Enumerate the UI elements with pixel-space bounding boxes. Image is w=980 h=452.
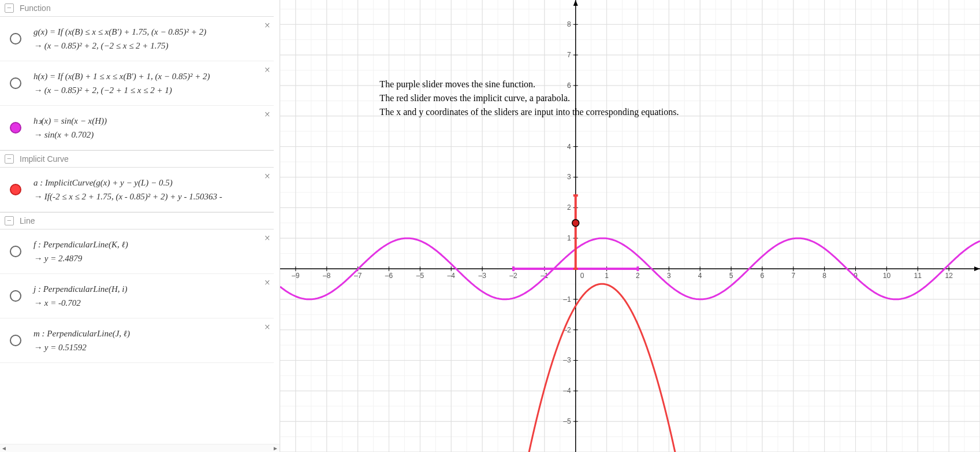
close-icon[interactable]: × [264, 277, 270, 288]
definition: m : PerpendicularLine(J, ℓ) [33, 327, 256, 340]
close-icon[interactable]: × [264, 109, 270, 120]
definition: f : PerpendicularLine(K, ℓ) [33, 238, 256, 251]
svg-text:The red slider moves the impli: The red slider moves the implicit curve,… [379, 93, 570, 103]
row-content: a : ImplicitCurve(g(x) + y − y(L) − 0.5)… [31, 168, 274, 212]
row-j[interactable]: × j : PerpendicularLine(H, i) → x = -0.7… [0, 274, 274, 318]
visibility-toggle-g[interactable] [0, 17, 31, 61]
row-content: j : PerpendicularLine(H, i) → x = -0.702 [31, 274, 274, 318]
row-h[interactable]: × h(x) = If (x(B) + 1 ≤ x ≤ x(B′) + 1, (… [0, 61, 274, 106]
output: → sin(x + 0.702) [33, 128, 256, 142]
svg-text:–3: –3 [563, 356, 571, 364]
row-m[interactable]: × m : PerpendicularLine(J, ℓ) → y = 0.51… [0, 318, 274, 363]
row-content: h(x) = If (x(B) + 1 ≤ x ≤ x(B′) + 1, (x … [31, 61, 274, 105]
scroll-left-icon[interactable]: ◄ [1, 445, 7, 451]
close-icon[interactable]: × [264, 322, 270, 332]
svg-text:–5: –5 [416, 272, 424, 280]
svg-text:–1: –1 [563, 295, 571, 303]
svg-text:1: 1 [605, 272, 609, 280]
svg-text:3: 3 [667, 272, 671, 280]
row-content: h₃(x) = sin(x − x(H)) → sin(x + 0.702) [31, 106, 274, 150]
svg-text:–4: –4 [448, 272, 456, 280]
close-icon[interactable]: × [264, 171, 270, 181]
algebra-panel: − Function × g(x) = If (x(B) ≤ x ≤ x(B′)… [0, 0, 280, 452]
close-icon[interactable]: × [264, 65, 270, 75]
graph-canvas[interactable]: –9–8–7–6–5–4–3–2–10123456789101112–5–4–3… [280, 0, 980, 452]
definition: g(x) = If (x(B) ≤ x ≤ x(B′) + 1.75, (x −… [33, 25, 256, 39]
svg-point-193 [572, 220, 579, 227]
visibility-toggle-m[interactable] [0, 318, 31, 362]
definition: h₃(x) = sin(x − x(H)) [33, 114, 256, 128]
svg-text:7: 7 [567, 51, 571, 59]
svg-text:2: 2 [567, 203, 571, 212]
row-f[interactable]: × f : PerpendicularLine(K, ℓ) → y = 2.48… [0, 229, 274, 274]
svg-text:The x and y coordinates of the: The x and y coordinates of the sliders a… [379, 107, 679, 117]
svg-text:6: 6 [567, 81, 571, 90]
output: → y = 2.4879 [33, 251, 256, 265]
svg-text:8: 8 [822, 272, 826, 280]
definition: h(x) = If (x(B) + 1 ≤ x ≤ x(B′) + 1, (x … [33, 69, 256, 83]
close-icon[interactable]: × [264, 20, 270, 31]
scroll-right-icon[interactable]: ► [273, 445, 278, 451]
svg-text:5: 5 [729, 272, 733, 280]
minus-icon[interactable]: − [5, 3, 14, 13]
visibility-toggle-h[interactable] [0, 61, 31, 105]
row-content: m : PerpendicularLine(J, ℓ) → y = 0.5159… [31, 318, 274, 362]
section-line: − Line [0, 212, 274, 229]
section-label-line: Line [20, 216, 35, 225]
svg-text:–5: –5 [563, 417, 571, 425]
svg-text:–9: –9 [292, 272, 300, 280]
section-function: − Function [0, 0, 274, 17]
app-root: − Function × g(x) = If (x(B) ≤ x ≤ x(B′)… [0, 0, 980, 452]
row-a[interactable]: × a : ImplicitCurve(g(x) + y − y(L) − 0.… [0, 168, 274, 212]
output: → x = -0.702 [33, 296, 256, 310]
svg-text:–2: –2 [509, 272, 517, 280]
svg-text:12: 12 [945, 272, 953, 280]
svg-text:6: 6 [761, 272, 765, 280]
row-g[interactable]: × g(x) = If (x(B) ≤ x ≤ x(B′) + 1.75, (x… [0, 17, 274, 61]
svg-text:0: 0 [580, 272, 584, 280]
visibility-toggle-h3[interactable] [0, 106, 31, 150]
section-label-function: Function [20, 3, 51, 13]
svg-text:7: 7 [791, 272, 795, 280]
output: → y = 0.51592 [33, 340, 256, 354]
svg-text:8: 8 [567, 20, 571, 28]
output: → (x − 0.85)² + 2, (−2 + 1 ≤ x ≤ 2 + 1) [33, 83, 256, 97]
section-label-implicit: Implicit Curve [20, 154, 69, 164]
visibility-toggle-a[interactable] [0, 168, 31, 212]
close-icon[interactable]: × [264, 233, 270, 243]
definition: j : PerpendicularLine(H, i) [33, 282, 256, 296]
row-content: f : PerpendicularLine(K, ℓ) → y = 2.4879 [31, 229, 274, 273]
algebra-scroll[interactable]: − Function × g(x) = If (x(B) ≤ x ≤ x(B′)… [0, 0, 280, 452]
svg-text:2: 2 [636, 272, 640, 280]
svg-text:4: 4 [567, 143, 571, 151]
minus-icon[interactable]: − [5, 216, 14, 225]
visibility-toggle-j[interactable] [0, 274, 31, 318]
minus-icon[interactable]: − [5, 154, 14, 164]
svg-text:The purple slider moves the si: The purple slider moves the sine functio… [379, 79, 535, 90]
definition: a : ImplicitCurve(g(x) + y − y(L) − 0.5) [33, 176, 256, 190]
svg-text:11: 11 [914, 272, 922, 280]
svg-text:4: 4 [698, 272, 702, 280]
svg-text:–4: –4 [563, 387, 571, 395]
row-h3[interactable]: × h₃(x) = sin(x − x(H)) → sin(x + 0.702) [0, 106, 274, 150]
svg-text:–3: –3 [478, 272, 486, 280]
output: → (x − 0.85)² + 2, (−2 ≤ x ≤ 2 + 1.75) [33, 39, 256, 53]
svg-text:–8: –8 [323, 272, 331, 280]
visibility-toggle-f[interactable] [0, 229, 31, 273]
row-content: g(x) = If (x(B) ≤ x ≤ x(B′) + 1.75, (x −… [31, 17, 274, 61]
svg-text:3: 3 [567, 173, 571, 181]
horizontal-scrollbar[interactable]: ◄ ► [0, 444, 280, 452]
svg-text:10: 10 [883, 272, 891, 280]
svg-text:1: 1 [567, 234, 571, 242]
graphics-view[interactable]: –9–8–7–6–5–4–3–2–10123456789101112–5–4–3… [280, 0, 980, 452]
svg-text:–6: –6 [385, 272, 393, 280]
output: → If(-2 ≤ x ≤ 2 + 1.75, (x - 0.85)² + 2)… [33, 190, 256, 203]
section-implicit: − Implicit Curve [0, 150, 274, 168]
